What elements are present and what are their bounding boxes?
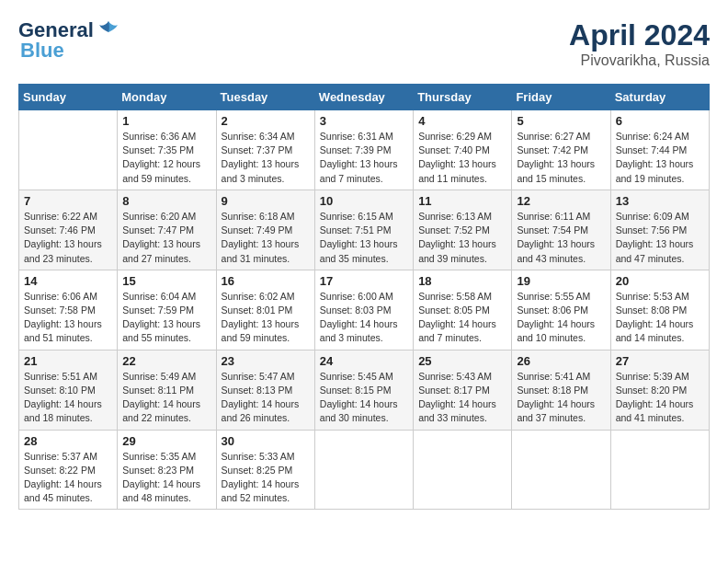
calendar-week-3: 14Sunrise: 6:06 AM Sunset: 7:58 PM Dayli… bbox=[19, 270, 710, 350]
calendar-cell bbox=[512, 430, 610, 510]
calendar-cell: 20Sunrise: 5:53 AM Sunset: 8:08 PM Dayli… bbox=[610, 270, 709, 350]
day-number: 10 bbox=[320, 194, 408, 208]
header-row: SundayMondayTuesdayWednesdayThursdayFrid… bbox=[19, 85, 710, 110]
day-info: Sunrise: 6:27 AM Sunset: 7:42 PM Dayligh… bbox=[517, 130, 605, 186]
day-info: Sunrise: 5:39 AM Sunset: 8:20 PM Dayligh… bbox=[616, 370, 704, 426]
calendar-table: SundayMondayTuesdayWednesdayThursdayFrid… bbox=[18, 84, 710, 510]
calendar-cell: 18Sunrise: 5:58 AM Sunset: 8:05 PM Dayli… bbox=[414, 270, 512, 350]
day-number: 8 bbox=[122, 194, 210, 208]
day-info: Sunrise: 5:58 AM Sunset: 8:05 PM Dayligh… bbox=[418, 290, 506, 346]
day-header-saturday: Saturday bbox=[610, 85, 709, 110]
day-info: Sunrise: 6:11 AM Sunset: 7:54 PM Dayligh… bbox=[517, 210, 605, 266]
day-header-monday: Monday bbox=[118, 85, 216, 110]
day-info: Sunrise: 5:47 AM Sunset: 8:13 PM Dayligh… bbox=[222, 370, 310, 426]
calendar-cell: 6Sunrise: 6:24 AM Sunset: 7:44 PM Daylig… bbox=[610, 110, 709, 190]
day-number: 5 bbox=[517, 114, 605, 128]
day-number: 1 bbox=[122, 114, 210, 128]
day-info: Sunrise: 5:43 AM Sunset: 8:17 PM Dayligh… bbox=[418, 370, 506, 426]
day-number: 17 bbox=[320, 274, 408, 288]
day-number: 11 bbox=[418, 194, 506, 208]
day-number: 18 bbox=[418, 274, 506, 288]
calendar-cell: 28Sunrise: 5:37 AM Sunset: 8:22 PM Dayli… bbox=[19, 430, 118, 510]
day-info: Sunrise: 5:51 AM Sunset: 8:10 PM Dayligh… bbox=[24, 370, 112, 426]
calendar-cell: 22Sunrise: 5:49 AM Sunset: 8:11 PM Dayli… bbox=[118, 350, 216, 430]
day-number: 27 bbox=[616, 354, 704, 368]
day-number: 25 bbox=[418, 354, 506, 368]
day-info: Sunrise: 5:53 AM Sunset: 8:08 PM Dayligh… bbox=[616, 290, 704, 346]
day-number: 2 bbox=[222, 114, 310, 128]
day-number: 15 bbox=[122, 274, 210, 288]
day-info: Sunrise: 6:24 AM Sunset: 7:44 PM Dayligh… bbox=[616, 130, 704, 186]
day-info: Sunrise: 6:09 AM Sunset: 7:56 PM Dayligh… bbox=[616, 210, 704, 266]
calendar-cell: 17Sunrise: 6:00 AM Sunset: 8:03 PM Dayli… bbox=[314, 270, 413, 350]
day-info: Sunrise: 6:31 AM Sunset: 7:39 PM Dayligh… bbox=[320, 130, 408, 186]
calendar-cell bbox=[414, 430, 512, 510]
day-number: 4 bbox=[418, 114, 506, 128]
calendar-cell: 23Sunrise: 5:47 AM Sunset: 8:13 PM Dayli… bbox=[216, 350, 314, 430]
day-number: 23 bbox=[222, 354, 310, 368]
calendar-body: 1Sunrise: 6:36 AM Sunset: 7:35 PM Daylig… bbox=[19, 110, 710, 510]
calendar-cell: 4Sunrise: 6:29 AM Sunset: 7:40 PM Daylig… bbox=[414, 110, 512, 190]
calendar-cell: 12Sunrise: 6:11 AM Sunset: 7:54 PM Dayli… bbox=[512, 190, 610, 270]
day-number: 6 bbox=[616, 114, 704, 128]
logo-blue-text: Blue bbox=[20, 39, 64, 63]
day-number: 22 bbox=[122, 354, 210, 368]
calendar-cell: 14Sunrise: 6:06 AM Sunset: 7:58 PM Dayli… bbox=[19, 270, 118, 350]
day-number: 13 bbox=[616, 194, 704, 208]
day-number: 3 bbox=[320, 114, 408, 128]
day-number: 24 bbox=[320, 354, 408, 368]
calendar-cell bbox=[314, 430, 413, 510]
day-info: Sunrise: 6:18 AM Sunset: 7:49 PM Dayligh… bbox=[222, 210, 310, 266]
calendar-cell: 10Sunrise: 6:15 AM Sunset: 7:51 PM Dayli… bbox=[314, 190, 413, 270]
calendar-week-1: 1Sunrise: 6:36 AM Sunset: 7:35 PM Daylig… bbox=[19, 110, 710, 190]
calendar-week-4: 21Sunrise: 5:51 AM Sunset: 8:10 PM Dayli… bbox=[19, 350, 710, 430]
calendar-cell: 5Sunrise: 6:27 AM Sunset: 7:42 PM Daylig… bbox=[512, 110, 610, 190]
calendar-cell: 19Sunrise: 5:55 AM Sunset: 8:06 PM Dayli… bbox=[512, 270, 610, 350]
day-info: Sunrise: 6:20 AM Sunset: 7:47 PM Dayligh… bbox=[122, 210, 210, 266]
day-info: Sunrise: 5:49 AM Sunset: 8:11 PM Dayligh… bbox=[122, 370, 210, 426]
day-info: Sunrise: 5:33 AM Sunset: 8:25 PM Dayligh… bbox=[222, 450, 310, 506]
day-info: Sunrise: 5:37 AM Sunset: 8:22 PM Dayligh… bbox=[24, 450, 112, 506]
calendar-cell: 9Sunrise: 6:18 AM Sunset: 7:49 PM Daylig… bbox=[216, 190, 314, 270]
day-info: Sunrise: 6:34 AM Sunset: 7:37 PM Dayligh… bbox=[222, 130, 310, 186]
day-info: Sunrise: 6:36 AM Sunset: 7:35 PM Dayligh… bbox=[122, 130, 210, 186]
calendar-cell: 2Sunrise: 6:34 AM Sunset: 7:37 PM Daylig… bbox=[216, 110, 314, 190]
calendar-cell: 29Sunrise: 5:35 AM Sunset: 8:23 PM Dayli… bbox=[118, 430, 216, 510]
day-header-thursday: Thursday bbox=[414, 85, 512, 110]
calendar-cell: 3Sunrise: 6:31 AM Sunset: 7:39 PM Daylig… bbox=[314, 110, 413, 190]
day-info: Sunrise: 6:00 AM Sunset: 8:03 PM Dayligh… bbox=[320, 290, 408, 346]
day-info: Sunrise: 6:02 AM Sunset: 8:01 PM Dayligh… bbox=[222, 290, 310, 346]
logo: General Blue bbox=[18, 18, 119, 63]
day-number: 19 bbox=[517, 274, 605, 288]
day-info: Sunrise: 5:35 AM Sunset: 8:23 PM Dayligh… bbox=[122, 450, 210, 506]
day-info: Sunrise: 5:41 AM Sunset: 8:18 PM Dayligh… bbox=[517, 370, 605, 426]
calendar-cell bbox=[19, 110, 118, 190]
day-header-friday: Friday bbox=[512, 85, 610, 110]
page-subtitle: Pivovarikha, Russia bbox=[569, 52, 710, 69]
page-title: April 2024 bbox=[569, 18, 710, 52]
day-info: Sunrise: 6:13 AM Sunset: 7:52 PM Dayligh… bbox=[418, 210, 506, 266]
calendar-header: SundayMondayTuesdayWednesdayThursdayFrid… bbox=[19, 85, 710, 110]
day-info: Sunrise: 5:45 AM Sunset: 8:15 PM Dayligh… bbox=[320, 370, 408, 426]
day-header-sunday: Sunday bbox=[19, 85, 118, 110]
calendar-cell: 24Sunrise: 5:45 AM Sunset: 8:15 PM Dayli… bbox=[314, 350, 413, 430]
day-number: 12 bbox=[517, 194, 605, 208]
calendar-cell: 30Sunrise: 5:33 AM Sunset: 8:25 PM Dayli… bbox=[216, 430, 314, 510]
calendar-cell: 11Sunrise: 6:13 AM Sunset: 7:52 PM Dayli… bbox=[414, 190, 512, 270]
day-header-wednesday: Wednesday bbox=[314, 85, 413, 110]
day-number: 7 bbox=[24, 194, 112, 208]
day-number: 21 bbox=[24, 354, 112, 368]
page-header: General Blue April 2024 Pivovarikha, Rus… bbox=[18, 18, 710, 69]
day-number: 30 bbox=[222, 434, 310, 448]
calendar-cell: 26Sunrise: 5:41 AM Sunset: 8:18 PM Dayli… bbox=[512, 350, 610, 430]
day-info: Sunrise: 6:06 AM Sunset: 7:58 PM Dayligh… bbox=[24, 290, 112, 346]
day-number: 14 bbox=[24, 274, 112, 288]
day-number: 29 bbox=[122, 434, 210, 448]
day-header-tuesday: Tuesday bbox=[216, 85, 314, 110]
day-info: Sunrise: 6:22 AM Sunset: 7:46 PM Dayligh… bbox=[24, 210, 112, 266]
calendar-cell: 8Sunrise: 6:20 AM Sunset: 7:47 PM Daylig… bbox=[118, 190, 216, 270]
calendar-cell: 21Sunrise: 5:51 AM Sunset: 8:10 PM Dayli… bbox=[19, 350, 118, 430]
calendar-cell: 7Sunrise: 6:22 AM Sunset: 7:46 PM Daylig… bbox=[19, 190, 118, 270]
calendar-cell bbox=[610, 430, 709, 510]
calendar-cell: 15Sunrise: 6:04 AM Sunset: 7:59 PM Dayli… bbox=[118, 270, 216, 350]
